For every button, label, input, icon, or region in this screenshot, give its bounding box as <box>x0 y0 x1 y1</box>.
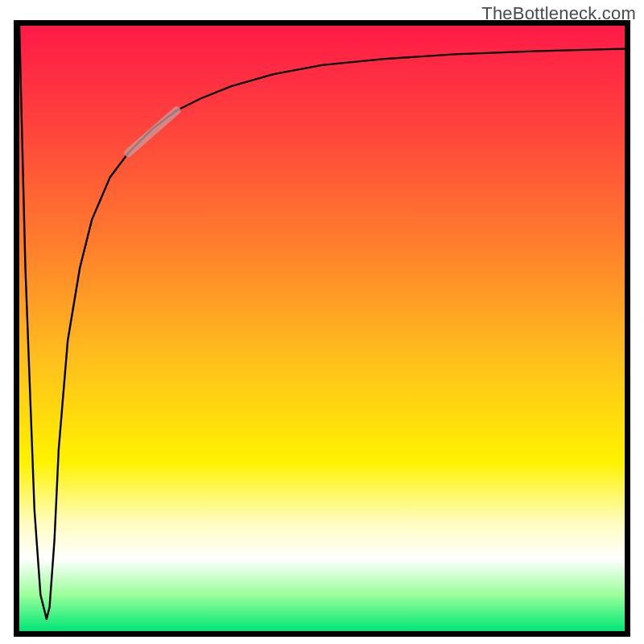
curve-line <box>19 26 625 619</box>
figure-container: TheBottleneck.com <box>0 0 644 644</box>
plot-area <box>14 20 630 637</box>
watermark-text: TheBottleneck.com <box>481 3 636 24</box>
highlight-segment <box>128 110 176 153</box>
curve-svg <box>19 26 625 631</box>
